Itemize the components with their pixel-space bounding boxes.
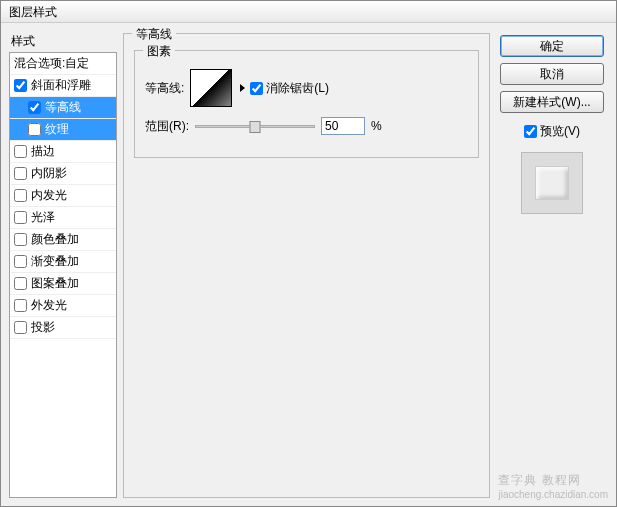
style-item-10[interactable]: 外发光 — [10, 295, 116, 317]
contour-label: 等高线: — [145, 80, 184, 97]
cancel-button[interactable]: 取消 — [500, 63, 604, 85]
style-checkbox-9[interactable] — [14, 277, 27, 290]
style-item-1[interactable]: 等高线 — [10, 97, 116, 119]
style-label-4: 内阴影 — [31, 165, 67, 182]
range-unit: % — [371, 119, 382, 133]
style-checkbox-11[interactable] — [14, 321, 27, 334]
preview-label: 预览(V) — [540, 123, 580, 140]
antialias-checkbox[interactable] — [250, 82, 263, 95]
titlebar: 图层样式 — [1, 1, 616, 23]
styles-header: 样式 — [9, 33, 117, 50]
style-label-0: 斜面和浮雕 — [31, 77, 91, 94]
style-checkbox-6[interactable] — [14, 211, 27, 224]
style-label-9: 图案叠加 — [31, 275, 79, 292]
elements-fieldset: 图素 等高线: 消除锯齿(L) 范围(R): — [134, 50, 479, 158]
new-style-button[interactable]: 新建样式(W)... — [500, 91, 604, 113]
range-slider-thumb[interactable] — [250, 121, 261, 133]
preview-box — [521, 152, 583, 214]
style-item-11[interactable]: 投影 — [10, 317, 116, 339]
window-title: 图层样式 — [9, 5, 57, 19]
style-item-4[interactable]: 内阴影 — [10, 163, 116, 185]
style-label-8: 渐变叠加 — [31, 253, 79, 270]
style-item-9[interactable]: 图案叠加 — [10, 273, 116, 295]
style-checkbox-8[interactable] — [14, 255, 27, 268]
range-label: 范围(R): — [145, 118, 189, 135]
style-label-2: 纹理 — [45, 121, 69, 138]
style-label-1: 等高线 — [45, 99, 81, 116]
range-slider[interactable] — [195, 125, 315, 128]
style-item-0[interactable]: 斜面和浮雕 — [10, 75, 116, 97]
antialias-label: 消除锯齿(L) — [266, 80, 329, 97]
style-checkbox-10[interactable] — [14, 299, 27, 312]
style-label-5: 内发光 — [31, 187, 67, 204]
style-label-11: 投影 — [31, 319, 55, 336]
ok-button[interactable]: 确定 — [500, 35, 604, 57]
style-label-6: 光泽 — [31, 209, 55, 226]
preview-swatch — [535, 166, 569, 200]
style-checkbox-0[interactable] — [14, 79, 27, 92]
style-label-3: 描边 — [31, 143, 55, 160]
style-label-10: 外发光 — [31, 297, 67, 314]
contour-legend: 等高线 — [132, 26, 176, 43]
style-checkbox-4[interactable] — [14, 167, 27, 180]
style-checkbox-5[interactable] — [14, 189, 27, 202]
style-label-7: 颜色叠加 — [31, 231, 79, 248]
style-checkbox-2[interactable] — [28, 123, 41, 136]
contour-picker[interactable] — [190, 69, 232, 107]
style-item-3[interactable]: 描边 — [10, 141, 116, 163]
style-list: 混合选项:自定斜面和浮雕等高线纹理描边内阴影内发光光泽颜色叠加渐变叠加图案叠加外… — [9, 52, 117, 498]
style-checkbox-3[interactable] — [14, 145, 27, 158]
style-checkbox-1[interactable] — [28, 101, 41, 114]
preview-checkbox[interactable] — [524, 125, 537, 138]
style-item-5[interactable]: 内发光 — [10, 185, 116, 207]
elements-legend: 图素 — [143, 43, 175, 60]
style-item-6[interactable]: 光泽 — [10, 207, 116, 229]
range-input[interactable] — [321, 117, 365, 135]
style-item-8[interactable]: 渐变叠加 — [10, 251, 116, 273]
style-checkbox-7[interactable] — [14, 233, 27, 246]
blend-options-item[interactable]: 混合选项:自定 — [10, 53, 116, 75]
style-item-2[interactable]: 纹理 — [10, 119, 116, 141]
style-item-7[interactable]: 颜色叠加 — [10, 229, 116, 251]
contour-fieldset: 等高线 图素 等高线: 消除锯齿(L) — [123, 33, 490, 498]
